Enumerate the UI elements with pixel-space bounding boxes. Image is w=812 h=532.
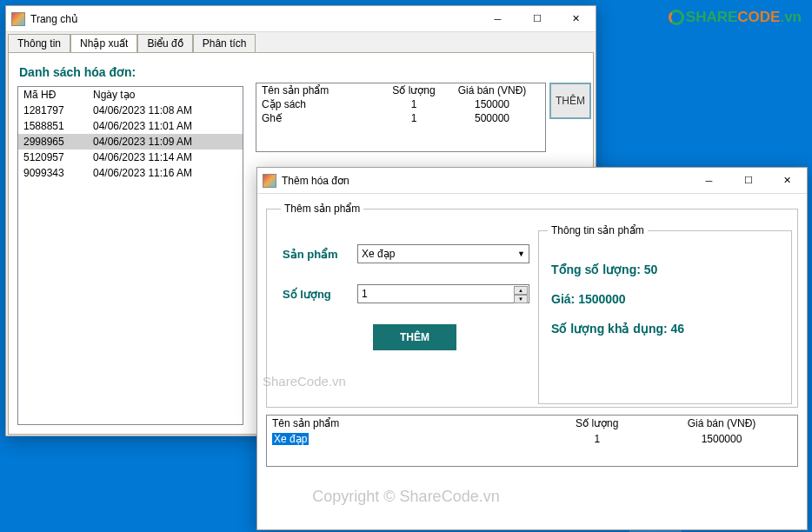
list-item[interactable]: 909934304/06/2023 11:16 AM bbox=[18, 165, 243, 181]
list-item[interactable]: 158885104/06/2023 11:01 AM bbox=[18, 118, 243, 134]
dialog-body: Thêm sản phẩm Sản phẩm Xe đạp ▼ Số lượng… bbox=[257, 194, 807, 529]
tab-strip: Thông tin Nhập xuất Biểu đồ Phân tích bbox=[6, 32, 596, 52]
product-label: Sản phẩm bbox=[283, 248, 357, 261]
dialog-titlebar[interactable]: Thêm hóa đơn ─ ☐ ✕ bbox=[257, 168, 807, 194]
invoice-list[interactable]: Mã HĐ Ngày tạo 128179704/06/2023 11:08 A… bbox=[17, 86, 243, 425]
tab-info[interactable]: Thông tin bbox=[8, 34, 70, 52]
app-icon bbox=[263, 174, 276, 188]
product-combobox[interactable]: Xe đạp ▼ bbox=[357, 244, 529, 263]
total-qty-info: Tổng số lượng: 50 bbox=[551, 263, 779, 276]
app-icon bbox=[11, 12, 25, 26]
price-info: Giá: 1500000 bbox=[551, 292, 779, 306]
product-info-group: Thông tin sản phẩm Tổng số lượng: 50 Giá… bbox=[538, 230, 792, 404]
minimize-button[interactable]: ─ bbox=[689, 168, 729, 194]
list-item[interactable]: 128179704/06/2023 11:08 AM bbox=[18, 103, 243, 118]
dialog-window: Thêm hóa đơn ─ ☐ ✕ Thêm sản phẩm Sản phẩ… bbox=[256, 167, 808, 530]
grid-header: Tên sản phẩm Số lượng Giá bán (VNĐ) bbox=[267, 416, 797, 431]
sharecode-logo: SHARECODE.vn bbox=[669, 9, 802, 26]
add-invoice-button[interactable]: THÊM bbox=[549, 83, 591, 119]
add-product-group: Thêm sản phẩm Sản phẩm Xe đạp ▼ Số lượng… bbox=[266, 203, 798, 408]
invoice-list-title: Danh sách hóa đơn: bbox=[19, 65, 584, 79]
added-products-grid: Tên sản phẩm Số lượng Giá bán (VNĐ) Xe đ… bbox=[266, 415, 798, 467]
list-item[interactable]: 512095704/06/2023 11:14 AM bbox=[18, 150, 243, 165]
product-value: Xe đạp bbox=[362, 248, 395, 260]
close-button[interactable]: ✕ bbox=[556, 6, 596, 32]
invoice-detail-grid: Tên sản phẩm Số lượng Giá bán (VNĐ) Cặp … bbox=[256, 83, 546, 152]
available-qty-info: Số lượng khả dụng: 46 bbox=[551, 322, 779, 336]
main-titlebar[interactable]: Trang chủ ─ ☐ ✕ bbox=[6, 6, 596, 32]
table-row[interactable]: Xe đạp 1 1500000 bbox=[267, 431, 797, 447]
dialog-title: Thêm hóa đơn bbox=[282, 175, 689, 187]
maximize-button[interactable]: ☐ bbox=[729, 168, 768, 194]
chevron-down-icon: ▼ bbox=[517, 249, 525, 258]
tab-chart[interactable]: Biểu đồ bbox=[137, 34, 192, 52]
close-button[interactable]: ✕ bbox=[768, 168, 807, 194]
quantity-label: Số lượng bbox=[283, 288, 357, 301]
detail-grid-header: Tên sản phẩm Số lượng Giá bán (VNĐ) bbox=[256, 83, 545, 97]
tab-import-export[interactable]: Nhập xuất bbox=[70, 34, 137, 53]
table-row[interactable]: Cặp sách1150000 bbox=[256, 97, 545, 111]
invoice-list-header: Mã HĐ Ngày tạo bbox=[18, 87, 243, 103]
quantity-value: 1 bbox=[362, 288, 368, 300]
minimize-button[interactable]: ─ bbox=[478, 6, 517, 32]
col-id: Mã HĐ bbox=[23, 89, 93, 101]
list-item[interactable]: 299896504/06/2023 11:09 AM bbox=[18, 134, 243, 150]
add-product-legend: Thêm sản phẩm bbox=[281, 203, 363, 215]
table-row[interactable]: Ghế1500000 bbox=[256, 111, 545, 125]
spin-down-icon[interactable]: ▼ bbox=[514, 295, 528, 303]
maximize-button[interactable]: ☐ bbox=[517, 6, 556, 32]
col-date: Ngày tạo bbox=[93, 89, 237, 101]
product-info-legend: Thông tin sản phẩm bbox=[548, 224, 648, 236]
quantity-stepper[interactable]: 1 ▲ ▼ bbox=[357, 284, 529, 303]
add-product-button[interactable]: THÊM bbox=[373, 324, 456, 350]
tab-analysis[interactable]: Phân tích bbox=[193, 34, 256, 52]
main-window-title: Trang chủ bbox=[30, 13, 478, 25]
spin-up-icon[interactable]: ▲ bbox=[514, 286, 528, 295]
